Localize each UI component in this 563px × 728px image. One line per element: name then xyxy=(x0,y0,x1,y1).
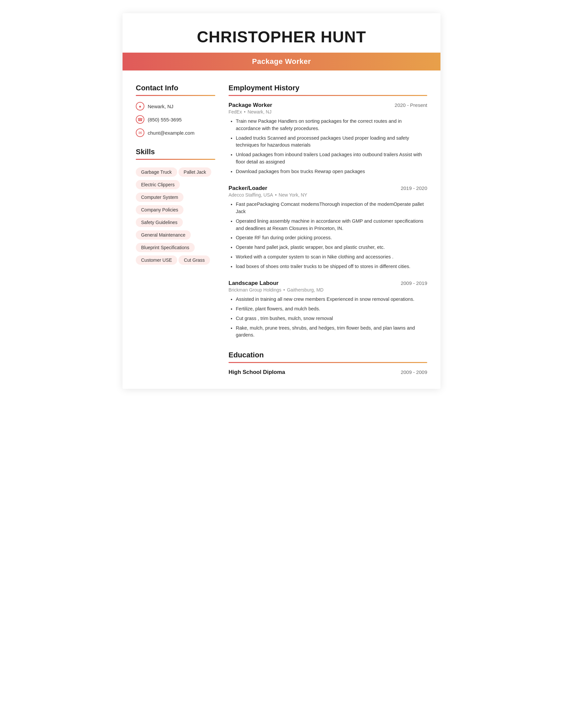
body-layout: Contact Info ● Newark, NJ ☎ (850) 555-36… xyxy=(122,70,441,389)
candidate-name: CHRISTOPHER HUNT xyxy=(136,28,427,46)
email-text: chunt@example.com xyxy=(148,130,194,136)
job-bullets: Fast pacePackaging Comcast modemsThoroug… xyxy=(228,201,427,270)
job-header: Packer/Loader2019 - 2020 xyxy=(228,185,427,192)
skill-tag: Blueprint Specifications xyxy=(136,243,195,252)
skill-tag: Pallet Jack xyxy=(178,167,211,177)
employment-divider xyxy=(228,95,427,96)
bullet-item: Worked with a computer system to scan in… xyxy=(236,253,427,261)
job-bullets: Train new Package Handlers on sorting pa… xyxy=(228,118,427,175)
phone-text: (850) 555-3695 xyxy=(148,117,182,122)
job-block: Packer/Loader2019 - 2020Adecco Staffing,… xyxy=(228,185,427,270)
bullet-item: load boxes of shoes onto trailer trucks … xyxy=(236,263,427,270)
job-title-label: Package Worker xyxy=(252,57,311,66)
skills-tags-container: Garbage TruckPallet JackElectric Clipper… xyxy=(136,166,215,266)
contact-email: ✉ chunt@example.com xyxy=(136,128,215,137)
job-company: Adecco Staffing, USA•New York, NY xyxy=(228,192,427,198)
bullet-item: Operated lining assembly machine in acco… xyxy=(236,218,427,232)
contact-location: ● Newark, NJ xyxy=(136,102,215,111)
location-text: Newark, NJ xyxy=(148,104,173,109)
bullet-item: Unload packages from inbound trailers Lo… xyxy=(236,151,427,166)
contact-divider xyxy=(136,95,215,96)
bullet-item: Download packages from box trucks Rewrap… xyxy=(236,168,427,175)
job-block: Landscape Labour2009 - 2019Brickman Grou… xyxy=(228,280,427,339)
title-bar: Package Worker xyxy=(122,53,441,70)
bullet-item: Assisted in training all new crew member… xyxy=(236,296,427,303)
job-header: Package Worker2020 - Present xyxy=(228,102,427,109)
skill-tag: General Maintenance xyxy=(136,230,191,240)
edu-container: High School Diploma2009 - 2009 xyxy=(228,369,427,376)
skill-tag: Electric Clippers xyxy=(136,180,180,189)
education-divider xyxy=(228,362,427,363)
phone-icon: ☎ xyxy=(136,115,144,124)
bullet-item: Rake, mulch, prune trees, shrubs, and he… xyxy=(236,325,427,339)
education-section: Education High School Diploma2009 - 2009 xyxy=(228,351,427,376)
job-company: Brickman Group Holdings•Gaithersburg, MD xyxy=(228,287,427,293)
job-dates: 2020 - Present xyxy=(395,102,427,108)
edu-dates: 2009 - 2009 xyxy=(401,369,427,375)
bullet-item: Fast pacePackaging Comcast modemsThoroug… xyxy=(236,201,427,215)
job-block: Package Worker2020 - PresentFedEx•Newark… xyxy=(228,102,427,175)
job-dates: 2009 - 2019 xyxy=(401,280,427,286)
education-section-title: Education xyxy=(228,351,427,359)
skills-section: Skills Garbage TruckPallet JackElectric … xyxy=(136,148,215,266)
contact-section-title: Contact Info xyxy=(136,84,215,92)
job-title: Landscape Labour xyxy=(228,280,278,287)
bullet-item: Operate hand pallet jack, plastic wrappe… xyxy=(236,244,427,251)
bullet-item: Operate RF fun during order picking proc… xyxy=(236,234,427,242)
skills-section-title: Skills xyxy=(136,148,215,156)
email-icon: ✉ xyxy=(136,128,144,137)
job-header: Landscape Labour2009 - 2019 xyxy=(228,280,427,287)
job-bullets: Assisted in training all new crew member… xyxy=(228,296,427,339)
location-icon: ● xyxy=(136,102,144,111)
job-dates: 2019 - 2020 xyxy=(401,185,427,191)
bullet-item: Train new Package Handlers on sorting pa… xyxy=(236,118,427,132)
skill-tag: Safety Guidelines xyxy=(136,218,183,227)
job-company: FedEx•Newark, NJ xyxy=(228,109,427,114)
job-title: Package Worker xyxy=(228,102,272,109)
job-title: Packer/Loader xyxy=(228,185,267,192)
resume-container: CHRISTOPHER HUNT Package Worker Contact … xyxy=(122,13,441,389)
edu-block: High School Diploma2009 - 2009 xyxy=(228,369,427,376)
contact-phone: ☎ (850) 555-3695 xyxy=(136,115,215,124)
skill-tag: Computer System xyxy=(136,193,183,202)
skill-tag: Cut Grass xyxy=(178,255,210,265)
employment-section: Employment History Package Worker2020 - … xyxy=(228,84,427,339)
jobs-container: Package Worker2020 - PresentFedEx•Newark… xyxy=(228,102,427,339)
employment-section-title: Employment History xyxy=(228,84,427,92)
skill-tag: Customer USE xyxy=(136,255,177,265)
sidebar: Contact Info ● Newark, NJ ☎ (850) 555-36… xyxy=(136,84,215,376)
skills-divider xyxy=(136,159,215,160)
bullet-item: Cut grass , trim bushes, mulch, snow rem… xyxy=(236,315,427,322)
edu-degree: High School Diploma xyxy=(228,369,285,376)
main-content: Employment History Package Worker2020 - … xyxy=(228,84,427,376)
skill-tag: Garbage Truck xyxy=(136,167,177,177)
bullet-item: Loaded trucks Scanned and processed pack… xyxy=(236,135,427,149)
skill-tag: Company Policies xyxy=(136,205,183,214)
bullet-item: Fertilize, plant flowers, and mulch beds… xyxy=(236,305,427,313)
header-section: CHRISTOPHER HUNT xyxy=(122,13,441,53)
